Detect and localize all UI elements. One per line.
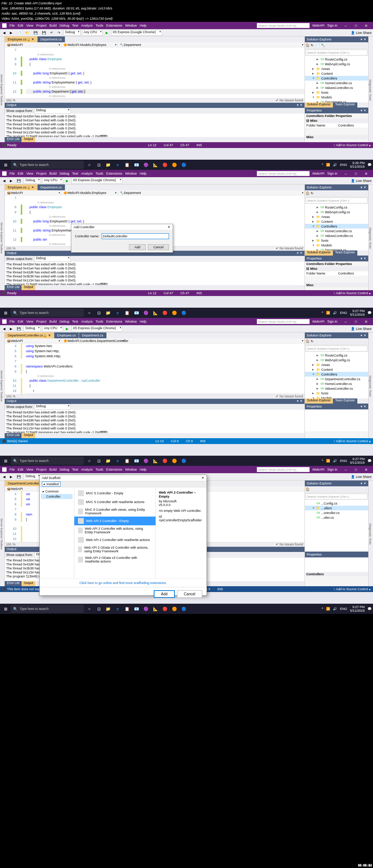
open-icon[interactable]: 📁	[24, 30, 31, 36]
config-dropdown[interactable]: Debug	[63, 30, 81, 36]
scaffold-item[interactable]: Web API 2 Controller with actions, using…	[74, 525, 156, 536]
solution-tree[interactable]: ▶C#RouteConfig.cs ▶C#WebApiConfig.cs ▶📁A…	[305, 56, 368, 102]
undo-icon[interactable]: ↶	[49, 30, 55, 36]
taskbar-search[interactable]: 🔍 Type here to search	[11, 457, 84, 465]
scaffold-online-link[interactable]: Click here to go online and find more sc…	[40, 579, 207, 587]
menu-file[interactable]: File	[9, 24, 15, 27]
tray-clock[interactable]: 9:26 PM5/11/2019	[350, 161, 365, 168]
app-icon[interactable]: 📧	[133, 161, 141, 169]
menu-test[interactable]: Test	[72, 24, 78, 27]
sol-search[interactable]: Search Solution Explorer (Ctrl+;)	[306, 198, 368, 203]
tab-errorlist[interactable]: Error List	[5, 137, 21, 142]
taskview-icon[interactable]: ⊡	[95, 161, 103, 169]
tab-department[interactable]: Department.cs	[79, 332, 107, 338]
config-dropdown[interactable]: Debug	[24, 178, 41, 184]
sol-toolbar[interactable]: 🏠↻📄🔧	[305, 42, 368, 49]
tree-item[interactable]: ▶C#Department.cs	[305, 100, 368, 102]
cortana-icon[interactable]: ○	[85, 161, 93, 169]
add-button[interactable]: Add	[129, 244, 146, 250]
tab-employee[interactable]: Employee.cs 🔒 ✕	[5, 184, 38, 190]
scaffold-categories[interactable]: ▸ Common Controller	[40, 487, 74, 579]
tree-item[interactable]: ▶C#HomeController.cs	[305, 81, 368, 85]
code-body[interactable]: 0 references public class Employee { 0 r…	[26, 47, 305, 98]
tab-employee[interactable]: Employee.cs	[54, 332, 79, 338]
tray-net-icon[interactable]: 📶	[326, 163, 330, 167]
signin-link[interactable]: Sign in	[327, 320, 337, 323]
app-icon[interactable]: 🔵	[180, 161, 188, 169]
tab-errorlist[interactable]: Error List	[5, 581, 21, 586]
maximize-icon[interactable]: □	[351, 172, 361, 176]
app-menu[interactable]: FileEditViewProjectBuildDebugTestAnalyze…	[9, 172, 257, 175]
diag-tools-strip[interactable]: Diagnostic Tools	[368, 480, 373, 586]
tab-employee[interactable]: Employee.cs 🔒 ✕	[5, 36, 38, 42]
tree-item-controllers[interactable]: ▼📁Controllers	[305, 76, 368, 81]
tray-vol-icon[interactable]: 🔊	[333, 163, 337, 167]
source-control[interactable]: ↑ Add to Source Control ▴	[333, 143, 371, 147]
close-icon[interactable]: ✕	[361, 320, 371, 324]
new-icon[interactable]: 📄	[15, 30, 22, 36]
tab-solexp[interactable]: Solution Explorer	[305, 102, 333, 108]
tab-department[interactable]: Department.cs	[38, 36, 65, 42]
run-dropdown[interactable]: IIS Express (Google Chrome)	[71, 178, 122, 184]
app-menu[interactable]: FileEditViewProjectBuildDebugTestAnalyze…	[9, 320, 257, 323]
server-explorer-strip[interactable]: Server Explorer Toolbox	[0, 36, 5, 142]
tab-teamexp[interactable]: Team Explorer	[333, 398, 357, 404]
app-icon[interactable]: 🟣	[142, 161, 150, 169]
save-icon[interactable]: 💾	[32, 30, 39, 36]
close-icon[interactable]: ✕	[201, 476, 204, 480]
controller-name-input[interactable]	[102, 233, 169, 239]
global-search[interactable]: Search Visual Studio (Ctrl+Q)	[257, 23, 310, 28]
run-dropdown[interactable]: IIS Express (Google Chrome)	[111, 30, 162, 36]
tray-lang[interactable]: ENG	[340, 163, 347, 167]
vs-icon[interactable]: 📐	[152, 161, 160, 169]
maximize-icon[interactable]: □	[351, 24, 361, 28]
platform-dropdown[interactable]: Any CPU	[42, 178, 63, 184]
scaffold-item[interactable]: Web API 2 Controller with read/write act…	[74, 536, 156, 544]
tab-teamexp[interactable]: Team Explorer	[333, 250, 357, 256]
sol-search[interactable]: Search Solution Explorer (Ctrl+;)	[306, 50, 368, 55]
signin-link[interactable]: Sign in	[327, 172, 337, 175]
nav-back-icon[interactable]: ◀	[1, 30, 7, 36]
play-icon[interactable]: ▶	[104, 30, 110, 36]
output-from-dropdown[interactable]: Debug	[34, 404, 71, 410]
cat-controller[interactable]: Controller	[41, 494, 72, 499]
scaffold-item[interactable]: Web API 2 OData v3 Controller with actio…	[74, 544, 156, 554]
start-icon[interactable]: ⊞	[1, 605, 9, 613]
scaffold-item[interactable]: MVC 5 Controller - Empty	[74, 489, 156, 498]
tab-teamexp[interactable]: Team Explorer	[333, 102, 357, 108]
close-icon[interactable]: ✕	[361, 172, 371, 176]
tab-deptcontroller[interactable]: DepartmentController.cs 🔒 ✕	[5, 332, 54, 338]
menu-view[interactable]: View	[26, 24, 33, 27]
tab-department[interactable]: Department.cs	[38, 184, 65, 190]
menu-analyze[interactable]: Analyze	[81, 24, 93, 27]
home-icon[interactable]: 🏠	[306, 43, 310, 48]
scaffold-item[interactable]: MVC 5 Controller with views, using Entit…	[74, 506, 156, 517]
cat-common[interactable]: ▸ Common	[41, 489, 72, 494]
menu-build[interactable]: Build	[49, 24, 56, 27]
tab-errorlist[interactable]: Error List	[5, 285, 21, 290]
sol-search[interactable]: Search Solution Explorer (Ctrl+;)	[306, 346, 368, 351]
nav-project[interactable]: 📦 WebAPI	[5, 42, 61, 47]
scaffold-list[interactable]: MVC 5 Controller - Empty MVC 5 Controlle…	[74, 487, 156, 579]
global-search[interactable]: Search Visual Studio (Ctrl+Q)	[257, 467, 310, 472]
add-button[interactable]: Add	[154, 590, 175, 598]
minimize-icon[interactable]: –	[341, 172, 350, 176]
config-dropdown[interactable]: Debug	[24, 326, 41, 332]
code-editor[interactable]: 789101112131415 0 references public clas…	[5, 47, 305, 98]
cancel-button[interactable]: Cancel	[177, 590, 202, 598]
nav-member[interactable]: 🔧 Department	[118, 42, 305, 47]
tab-output[interactable]: Output	[21, 581, 35, 586]
sol-search[interactable]: Search Solution Explorer (Ctrl+;)	[306, 494, 368, 499]
global-search[interactable]: Search Visual Studio (Ctrl+Q)	[257, 171, 310, 176]
tree-item[interactable]: ▼📁Models	[305, 95, 368, 100]
tree-item[interactable]: ▶📁Areas	[305, 66, 368, 71]
tree-item[interactable]: ▶C#RouteConfig.cs	[305, 57, 368, 62]
taskbar-search[interactable]: 🔍 Type here to search	[11, 605, 84, 613]
app-icon[interactable]: 📋	[123, 161, 131, 169]
app-icon[interactable]: 🟠	[170, 161, 178, 169]
notifications-icon[interactable]: 💬	[368, 163, 372, 167]
platform-dropdown[interactable]: Any CPU	[42, 326, 63, 332]
tab-output[interactable]: Output	[21, 137, 35, 142]
liveshare[interactable]: 👤 Live Share	[351, 31, 372, 35]
signin-link[interactable]: Sign in	[327, 24, 337, 27]
